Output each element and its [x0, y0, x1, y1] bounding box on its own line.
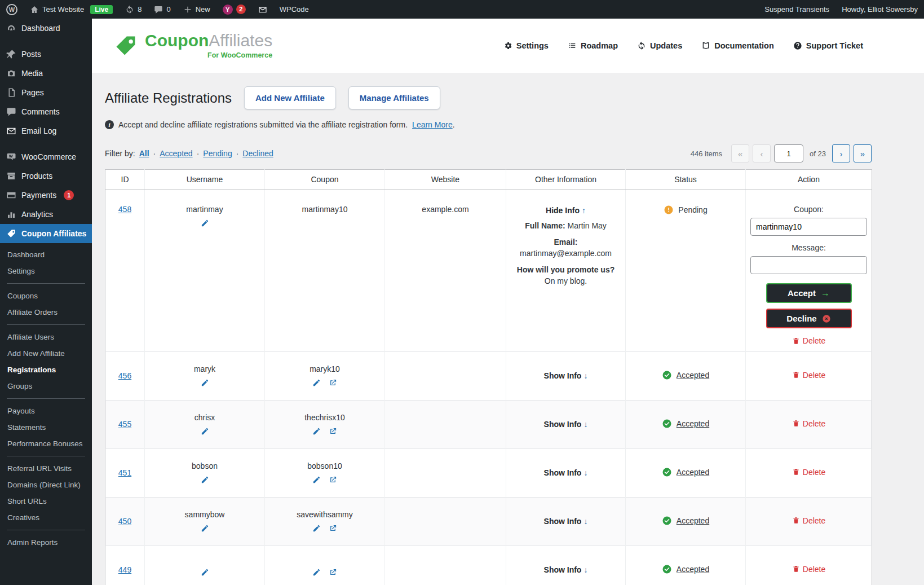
external-link-icon[interactable] [329, 377, 337, 387]
submenu-item-domains-direct-link[interactable]: Domains (Direct Link) [0, 477, 92, 493]
sidebar-item-dashboard[interactable]: Dashboard [0, 19, 92, 38]
suspend-transients-menu[interactable]: Suspend Transients [758, 0, 835, 19]
accept-button[interactable]: Accept → [766, 283, 852, 303]
external-link-icon[interactable] [329, 567, 337, 577]
edit-user-icon[interactable] [201, 474, 209, 484]
previous-page-button[interactable]: ‹ [753, 144, 771, 162]
submenu-item-affiliate-orders[interactable]: Affiliate Orders [0, 304, 92, 320]
comments-menu[interactable]: 0 [148, 0, 176, 19]
show-info-toggle[interactable]: Show Info↓ [544, 371, 588, 380]
delete-link[interactable]: Delete [792, 371, 825, 380]
delete-link[interactable]: Delete [792, 565, 825, 574]
header-nav-roadmap[interactable]: Roadmap [568, 41, 618, 50]
learn-more-link[interactable]: Learn More [412, 120, 453, 129]
filter-declined-link[interactable]: Declined [242, 149, 273, 158]
submenu-item-coupons[interactable]: Coupons [0, 288, 92, 304]
add-new-affiliate-button[interactable]: Add New Affiliate [244, 86, 336, 109]
sidebar-item-payments[interactable]: Payments 1 [0, 186, 92, 205]
submenu-item-add-new-affiliate[interactable]: Add New Affiliate [0, 345, 92, 362]
submenu-item-short-urls[interactable]: Short URLs [0, 493, 92, 509]
registration-id-link[interactable]: 455 [118, 420, 131, 429]
external-link-icon[interactable] [329, 426, 337, 436]
show-info-toggle[interactable]: Show Info↓ [544, 517, 588, 526]
filter-pending-link[interactable]: Pending [203, 149, 232, 158]
info-icon: i [105, 120, 114, 129]
edit-coupon-icon[interactable] [312, 426, 321, 436]
submenu-item-referral-url-visits[interactable]: Referral URL Visits [0, 460, 92, 477]
coupon-code-text: thechrisx10 [269, 413, 380, 422]
yoast-seo-menu[interactable]: Y 2 [216, 0, 252, 19]
coupon-code-input[interactable] [750, 218, 867, 236]
site-name-label: Test Website [42, 5, 84, 14]
delete-link[interactable]: Delete [792, 516, 825, 525]
logo-subtitle: For WooCommerce [145, 51, 272, 59]
sidebar-item-woocommerce[interactable]: WooCommerce [0, 147, 92, 166]
edit-coupon-icon[interactable] [312, 523, 321, 533]
x-circle-icon [822, 314, 831, 323]
edit-user-icon[interactable] [201, 377, 209, 387]
edit-coupon-icon[interactable] [312, 567, 321, 577]
updates-menu[interactable]: 8 [119, 0, 148, 19]
delete-link[interactable]: Delete [792, 468, 825, 477]
hide-info-toggle[interactable]: Hide Info↑ [546, 206, 586, 215]
external-link-icon[interactable] [329, 474, 337, 484]
sidebar-item-analytics[interactable]: Analytics [0, 205, 92, 224]
manage-affiliates-button[interactable]: Manage Affiliates [348, 86, 440, 109]
submenu-item-registrations[interactable]: Registrations [0, 362, 92, 378]
edit-coupon-icon[interactable] [312, 377, 321, 387]
sidebar-item-email-log[interactable]: Email Log [0, 121, 92, 140]
show-info-toggle[interactable]: Show Info↓ [544, 565, 588, 574]
sidebar-item-media[interactable]: Media [0, 64, 92, 83]
submenu-item-settings[interactable]: Settings [0, 263, 92, 279]
registration-id-link[interactable]: 449 [118, 565, 131, 574]
header-nav-settings[interactable]: Settings [503, 41, 549, 50]
status-badge: Accepted [662, 467, 709, 477]
delete-link[interactable]: Delete [792, 419, 825, 428]
filter-all-link[interactable]: All [139, 149, 149, 158]
wordpress-logo-menu[interactable]: W [0, 0, 24, 19]
logo-text-coupon: Coupon [145, 31, 209, 50]
edit-coupon-icon[interactable] [312, 474, 321, 484]
decline-button[interactable]: Decline [766, 309, 852, 328]
edit-user-icon[interactable] [201, 567, 209, 577]
edit-user-icon[interactable] [201, 523, 209, 533]
filter-accepted-link[interactable]: Accepted [160, 149, 192, 158]
header-nav-updates[interactable]: Updates [637, 41, 682, 50]
external-link-icon[interactable] [329, 523, 337, 533]
sidebar-item-products[interactable]: Products [0, 166, 92, 186]
submenu-item-affiliate-users[interactable]: Affiliate Users [0, 329, 92, 345]
header-nav-documentation[interactable]: Documentation [701, 41, 774, 50]
sidebar-item-pages[interactable]: Pages [0, 83, 92, 102]
registration-id-link[interactable]: 456 [118, 371, 131, 380]
registration-id-link[interactable]: 458 [118, 205, 131, 214]
message-input[interactable] [750, 256, 867, 274]
mail-log-menu[interactable] [252, 0, 273, 19]
sidebar-item-coupon-affiliates[interactable]: Coupon Affiliates [0, 224, 92, 243]
submenu-item-admin-reports[interactable]: Admin Reports [0, 534, 92, 551]
show-info-toggle[interactable]: Show Info↓ [544, 420, 588, 429]
submenu-item-dashboard[interactable]: Dashboard [0, 247, 92, 263]
current-page-input[interactable] [774, 144, 803, 162]
header-nav-support-ticket[interactable]: Support Ticket [793, 41, 863, 50]
delete-link[interactable]: Delete [792, 336, 825, 345]
submenu-item-payouts[interactable]: Payouts [0, 403, 92, 419]
table-header-row: ID Username Coupon Website Other Informa… [105, 170, 872, 190]
sidebar-item-posts[interactable]: Posts [0, 45, 92, 64]
edit-user-icon[interactable] [201, 218, 209, 227]
howdy-account-menu[interactable]: Howdy, Elliot Sowersby [835, 0, 924, 19]
registration-id-link[interactable]: 451 [118, 468, 131, 477]
submenu-item-performance-bonuses[interactable]: Performance Bonuses [0, 436, 92, 452]
submenu-item-statements[interactable]: Statements [0, 419, 92, 436]
submenu-item-creatives[interactable]: Creatives [0, 509, 92, 526]
first-page-button[interactable]: « [731, 144, 749, 162]
next-page-button[interactable]: › [832, 144, 850, 162]
wpcode-menu[interactable]: WPCode [273, 0, 315, 19]
site-name-menu[interactable]: Test Website Live [24, 0, 119, 19]
show-info-toggle[interactable]: Show Info↓ [544, 468, 588, 477]
last-page-button[interactable]: » [854, 144, 872, 162]
new-content-menu[interactable]: New [177, 0, 216, 19]
edit-user-icon[interactable] [201, 426, 209, 436]
registration-id-link[interactable]: 450 [118, 517, 131, 526]
sidebar-item-comments[interactable]: Comments [0, 102, 92, 121]
submenu-item-groups[interactable]: Groups [0, 378, 92, 394]
